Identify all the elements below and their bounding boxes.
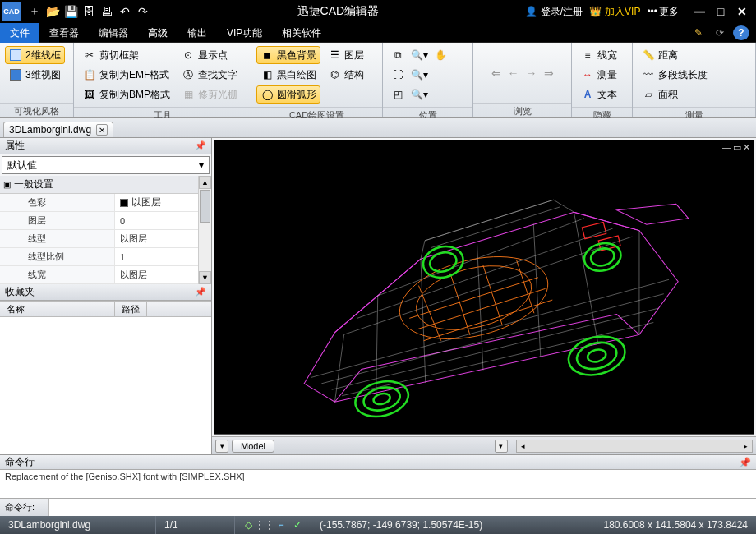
find-text-button[interactable]: Ⓐ查找文字 [177, 66, 242, 84]
prop-value: 以图层 [131, 196, 161, 209]
tab-file[interactable]: 文件 [0, 23, 39, 43]
chevron-down-icon: ▾ [199, 159, 204, 171]
svg-point-8 [574, 338, 620, 373]
horizontal-scrollbar[interactable]: ◂▸ [516, 440, 753, 453]
nav-prev-icon[interactable]: ← [505, 67, 522, 80]
smooth-arc-button[interactable]: ◯圆滑弧形 [256, 85, 320, 104]
scroll-up-icon[interactable]: ▲ [199, 176, 211, 189]
zoom-in-icon[interactable]: 🔍▾ [409, 46, 429, 64]
zoom-window-icon[interactable]: ⧉ [388, 46, 408, 64]
document-tabs: 3DLamborgini.dwg ✕ [0, 118, 756, 138]
feedback-icon[interactable]: ✎ [690, 25, 707, 40]
new-icon[interactable]: ＋ [26, 3, 43, 20]
status-filename: 3DLamborgini.dwg [0, 516, 156, 534]
zoom-out-icon[interactable]: 🔍▾ [409, 66, 429, 84]
view-close-icon[interactable]: ✕ [743, 142, 750, 153]
tab-viewer[interactable]: 查看器 [39, 23, 89, 43]
undo-icon[interactable]: ↶ [117, 3, 133, 20]
zoom-scale-icon[interactable]: 🔍▾ [409, 85, 429, 104]
prop-scrollbar[interactable]: ▲ ▼ [198, 176, 211, 284]
tab-advanced[interactable]: 高级 [138, 23, 177, 43]
label: 图层 [344, 48, 364, 62]
scroll-thumb[interactable] [200, 190, 210, 223]
properties-header: 属性 📌 [0, 138, 211, 154]
prop-row-layer[interactable]: 图层0 [0, 212, 198, 230]
label: 线宽 [597, 48, 617, 62]
document-tab[interactable]: 3DLamborgini.dwg ✕ [3, 122, 113, 137]
quick-access-toolbar: ＋ 📂 💾 🗄 🖶 ↶ ↷ [26, 3, 151, 20]
distance-button[interactable]: 📏距离 [638, 46, 712, 64]
tab-vip[interactable]: VIP功能 [217, 23, 272, 43]
close-button[interactable]: ✕ [733, 4, 751, 19]
bw-draw-button[interactable]: ◧黑白绘图 [256, 66, 320, 84]
minimize-button[interactable]: — [690, 4, 708, 19]
redo-icon[interactable]: ↷ [135, 3, 151, 20]
clip-frame-button[interactable]: ✂剪切框架 [79, 46, 174, 64]
nav-first-icon[interactable]: ⇐ [489, 67, 504, 80]
prop-row-lineweight[interactable]: 线宽以图层 [0, 266, 198, 284]
vip-button[interactable]: 👑 加入VIP [589, 5, 640, 19]
view-min-icon[interactable]: — [722, 142, 731, 153]
fav-col-path[interactable]: 路径 [115, 302, 147, 316]
black-bg-button[interactable]: ◼黑色背景 [256, 46, 320, 64]
command-area: 命令行 📌 Replacement of the [Geniso.SHX] fo… [0, 454, 756, 516]
fit-icon[interactable]: ◰ [388, 85, 408, 104]
nav-next-icon[interactable]: → [523, 67, 540, 80]
ortho-icon[interactable]: ⌐ [274, 518, 288, 532]
polar-icon[interactable]: ✓ [291, 518, 304, 532]
refresh-icon[interactable]: ⟳ [712, 25, 728, 40]
copy-bmp-button[interactable]: 🖼复制为BMP格式 [79, 85, 174, 104]
layers-button[interactable]: ☰图层 [324, 46, 368, 64]
area-button[interactable]: ▱面积 [638, 85, 712, 104]
login-button[interactable]: 👤 登录/注册 [525, 5, 583, 19]
nav-last-icon[interactable]: ⇒ [542, 67, 556, 80]
tab-related[interactable]: 相关软件 [272, 23, 331, 43]
save-icon[interactable]: 💾 [62, 3, 79, 20]
grid-icon[interactable]: ⋮⋮ [258, 518, 271, 532]
linewidth-button[interactable]: ≡线宽 [577, 46, 621, 64]
open-icon[interactable]: 📂 [44, 3, 61, 20]
structure-button[interactable]: ⌬结构 [324, 66, 368, 84]
copy-emf-button[interactable]: 📋复制为EMF格式 [79, 66, 174, 84]
maximize-button[interactable]: □ [712, 4, 730, 19]
prop-row-color[interactable]: 色彩以图层 [0, 194, 198, 212]
viewtab-dropdown-icon[interactable]: ▾ [495, 440, 508, 453]
pan-icon[interactable]: ✋ [431, 46, 450, 64]
command-title: 命令行 [5, 455, 35, 469]
tab-editor[interactable]: 编辑器 [89, 23, 138, 43]
svg-rect-2 [582, 222, 606, 238]
polyline-len-button[interactable]: 〰多段线长度 [638, 66, 712, 84]
help-icon[interactable]: ? [733, 25, 749, 40]
fav-col-name[interactable]: 名称 [0, 302, 115, 316]
pin-icon[interactable]: 📌 [739, 457, 751, 468]
label: 黑白绘图 [277, 68, 316, 82]
prop-section-general[interactable]: 一般设置 [0, 176, 198, 194]
prop-row-linetype[interactable]: 线型以图层 [0, 230, 198, 248]
ribbon: 2维线框 3维视图 可视化风格 ✂剪切框架 📋复制为EMF格式 🖼复制为BMP格… [0, 43, 756, 118]
command-input[interactable] [49, 499, 756, 516]
more-label: 更多 [659, 5, 679, 19]
scroll-down-icon[interactable]: ▼ [199, 271, 211, 284]
prop-key: 线宽 [0, 266, 115, 283]
tab-output[interactable]: 输出 [177, 23, 217, 43]
prop-row-scale[interactable]: 线型比例1 [0, 248, 198, 266]
more-button[interactable]: ••• 更多 [647, 5, 679, 19]
2d-wireframe-button[interactable]: 2维线框 [5, 46, 65, 64]
3d-view-button[interactable]: 3维视图 [5, 66, 65, 84]
viewtab-menu-icon[interactable]: ▾ [215, 440, 228, 453]
viewport[interactable]: — ▭ ✕ [214, 140, 754, 435]
snap-icon[interactable]: ◇ [242, 518, 255, 532]
model-tab[interactable]: Model [232, 440, 274, 453]
measure-button[interactable]: ↔测量 [577, 66, 621, 84]
zoom-extents-icon[interactable]: ⛶ [388, 66, 408, 84]
print-icon[interactable]: 🖶 [99, 3, 115, 20]
close-tab-icon[interactable]: ✕ [96, 124, 108, 136]
text-button[interactable]: A文本 [577, 85, 621, 104]
pin-icon[interactable]: 📌 [195, 287, 206, 297]
show-points-button[interactable]: ⊙显示点 [177, 46, 242, 64]
label: 文本 [597, 88, 617, 102]
view-max-icon[interactable]: ▭ [733, 142, 741, 153]
saveall-icon[interactable]: 🗄 [81, 3, 97, 20]
pin-icon[interactable]: 📌 [195, 140, 206, 151]
default-dropdown[interactable]: 默认值 ▾ [2, 156, 210, 174]
